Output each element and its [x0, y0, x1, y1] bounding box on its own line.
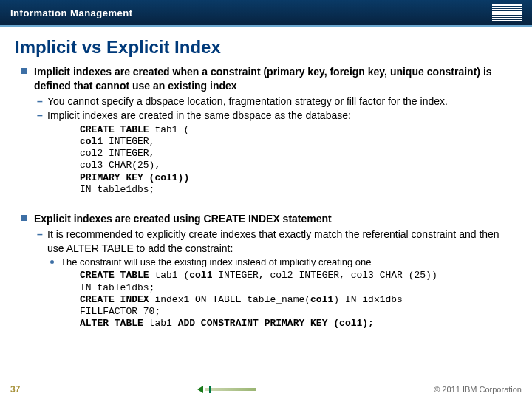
- page-number: 37: [10, 384, 20, 395]
- implicit-code-block: CREATE TABLE tab1 ( col1 INTEGER, col2 I…: [80, 124, 511, 197]
- implicit-subpoint-2: Implicit indexes are created in the same…: [21, 109, 511, 123]
- slide: Information Management Implicit vs Expli…: [0, 0, 532, 399]
- explicit-subpoint-1: It is recommended to explicitly create i…: [21, 228, 511, 256]
- slide-content: Implicit indexes are created when a cons…: [21, 65, 511, 330]
- ibm-logo-icon: [492, 4, 522, 21]
- explicit-code-block: CREATE TABLE tab1 (col1 INTEGER, col2 IN…: [80, 270, 511, 330]
- bullet-implicit-text: Implicit indexes are created when a cons…: [34, 66, 492, 92]
- bullet-explicit-text: Explicit indexes are created using CREAT…: [34, 213, 332, 225]
- square-bullet-icon: [21, 215, 27, 221]
- header-brand-text: Information Management: [10, 7, 133, 18]
- copyright-text: © 2011 IBM Corporation: [434, 385, 522, 394]
- implicit-subpoint-1: You cannot specify a dbspace location, f…: [21, 95, 511, 109]
- explicit-subdot-1: The constraint will use the existing ind…: [21, 256, 511, 269]
- bullet-explicit: Explicit indexes are created using CREAT…: [21, 212, 511, 226]
- header-bar: Information Management: [0, 0, 532, 27]
- slider-graphic-icon: [197, 386, 256, 393]
- square-bullet-icon: [21, 68, 27, 74]
- footer: 37 © 2011 IBM Corporation: [0, 384, 532, 395]
- bullet-implicit: Implicit indexes are created when a cons…: [21, 65, 511, 93]
- slide-title: Implicit vs Explicit Index: [15, 37, 532, 58]
